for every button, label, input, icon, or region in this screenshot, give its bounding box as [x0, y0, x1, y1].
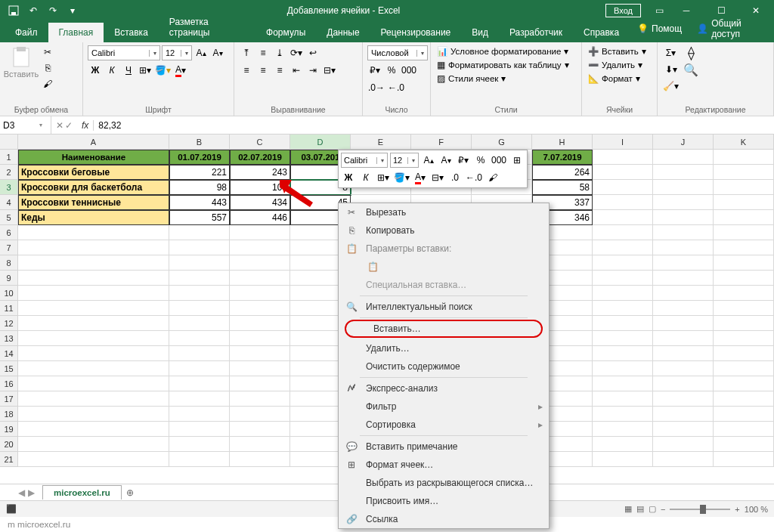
- tab-file[interactable]: Файл: [5, 23, 48, 42]
- inc-decimal-icon[interactable]: .0→: [367, 80, 385, 95]
- redo-icon[interactable]: ↷: [44, 2, 62, 20]
- col-header-E[interactable]: E: [351, 135, 411, 150]
- comma-icon[interactable]: 000: [401, 63, 417, 78]
- wrap-text-icon[interactable]: ↩: [305, 45, 320, 60]
- col-header-B[interactable]: B: [169, 135, 230, 150]
- mini-percent-icon[interactable]: %: [473, 153, 488, 168]
- record-macro-icon[interactable]: ⬛: [6, 504, 17, 514]
- col-header-K[interactable]: K: [714, 135, 774, 150]
- tell-me-button[interactable]: 💡Помощ: [630, 15, 689, 42]
- zoom-slider[interactable]: [670, 509, 730, 510]
- fill-color-icon[interactable]: 🪣▾: [154, 63, 172, 78]
- format-cells-button[interactable]: 📐 Формат▾: [587, 73, 642, 85]
- share-button[interactable]: 👤Общий доступ: [689, 15, 768, 42]
- cm-quick-analysis[interactable]: 🗲Экспресс-анализ: [339, 379, 549, 397]
- col-header-C[interactable]: C: [230, 135, 290, 150]
- align-top-icon[interactable]: ⤒: [239, 45, 254, 60]
- format-as-table-button[interactable]: ▦ Форматировать как таблицу▾: [435, 59, 571, 71]
- autosum-icon[interactable]: Σ▾: [662, 45, 680, 60]
- indent-inc-icon[interactable]: ⇥: [305, 63, 320, 78]
- mini-currency-icon[interactable]: ₽▾: [456, 153, 471, 168]
- col-header-H[interactable]: H: [532, 135, 593, 150]
- copy-icon[interactable]: ⎘: [41, 61, 54, 75]
- cell-styles-button[interactable]: ▨ Стили ячеек▾: [435, 73, 507, 85]
- find-select-icon[interactable]: 🔍: [683, 62, 699, 77]
- undo-icon[interactable]: ↶: [24, 2, 42, 20]
- cm-smart-lookup[interactable]: 🔍Интеллектуальный поиск: [339, 298, 549, 316]
- mini-borders-icon[interactable]: ⊞▾: [376, 170, 391, 185]
- merge-icon[interactable]: ⊟▾: [322, 63, 337, 78]
- zoom-out-icon[interactable]: −: [661, 505, 665, 514]
- cm-define-name[interactable]: Присвоить имя…: [339, 492, 549, 510]
- mini-font-combo[interactable]: ▾: [341, 153, 388, 168]
- cm-delete[interactable]: Удалить…: [339, 339, 549, 357]
- sheet-nav-next-icon[interactable]: ▶: [28, 487, 35, 498]
- cm-comment[interactable]: 💬Вставить примечание: [339, 438, 549, 456]
- name-box[interactable]: ▾: [0, 116, 51, 134]
- mini-dec-dec-icon[interactable]: ←.0: [465, 170, 483, 185]
- select-all-corner[interactable]: [0, 135, 18, 150]
- tab-formulas[interactable]: Формулы: [255, 23, 316, 42]
- orientation-icon[interactable]: ⟳▾: [289, 45, 304, 60]
- view-pagebreak-icon[interactable]: ▢: [649, 504, 656, 514]
- col-header-A[interactable]: A: [18, 135, 169, 150]
- mini-comma-icon[interactable]: 000: [491, 153, 507, 168]
- fill-icon[interactable]: ⬇▾: [662, 62, 680, 77]
- zoom-in-icon[interactable]: +: [735, 505, 739, 514]
- align-center-icon[interactable]: ≡: [255, 63, 271, 78]
- col-header-J[interactable]: J: [653, 135, 714, 150]
- fx-icon[interactable]: fx: [77, 120, 94, 131]
- qat-dropdown-icon[interactable]: ▾: [63, 2, 82, 20]
- cancel-formula-icon[interactable]: ✕: [56, 120, 63, 131]
- align-middle-icon[interactable]: ≡: [255, 45, 271, 60]
- format-painter-icon[interactable]: 🖌: [41, 77, 54, 91]
- cm-dropdown[interactable]: Выбрать из раскрывающегося списка…: [339, 474, 549, 492]
- mini-bold-icon[interactable]: Ж: [341, 170, 356, 185]
- conditional-formatting-button[interactable]: 📊 Условное форматирование▾: [435, 45, 570, 57]
- mini-merge-icon[interactable]: ⊟▾: [430, 170, 445, 185]
- mini-grow-font-icon[interactable]: A▴: [421, 153, 436, 168]
- view-pagelayout-icon[interactable]: ▤: [636, 504, 644, 514]
- align-left-icon[interactable]: ≡: [239, 63, 254, 78]
- indent-dec-icon[interactable]: ⇤: [289, 63, 304, 78]
- delete-cells-button[interactable]: ➖ Удалить▾: [587, 59, 644, 71]
- borders-icon[interactable]: ⊞▾: [138, 63, 153, 78]
- tab-view[interactable]: Вид: [461, 23, 499, 42]
- paste-button[interactable]: Вставить: [5, 45, 38, 79]
- tab-review[interactable]: Рецензирование: [370, 23, 462, 42]
- align-right-icon[interactable]: ≡: [272, 63, 287, 78]
- mini-shrink-font-icon[interactable]: A▾: [438, 153, 454, 168]
- shrink-font-icon[interactable]: A▾: [210, 45, 225, 60]
- italic-icon[interactable]: К: [104, 63, 119, 78]
- mini-fill-icon[interactable]: 🪣▾: [393, 170, 410, 185]
- col-header-D[interactable]: D: [290, 135, 351, 150]
- tab-data[interactable]: Данные: [316, 23, 370, 42]
- bold-icon[interactable]: Ж: [88, 63, 103, 78]
- tab-insert[interactable]: Вставка: [104, 23, 159, 42]
- mini-painter-icon[interactable]: 🖌: [485, 170, 500, 185]
- mini-fontcolor-icon[interactable]: A▾: [413, 170, 428, 185]
- mini-format-painter-icon[interactable]: ⊞: [509, 153, 525, 168]
- cm-sort[interactable]: Сортировка▸: [339, 416, 549, 434]
- number-format-combo[interactable]: ▾: [367, 45, 428, 60]
- add-sheet-icon[interactable]: ⊕: [122, 487, 138, 498]
- tab-home[interactable]: Главная: [48, 23, 104, 42]
- view-normal-icon[interactable]: ▦: [624, 504, 632, 514]
- percent-icon[interactable]: %: [384, 63, 399, 78]
- zoom-level[interactable]: 100 %: [745, 505, 768, 514]
- sort-filter-icon[interactable]: ⟠: [683, 45, 699, 60]
- cm-cut[interactable]: ✂Вырезать: [339, 203, 549, 221]
- align-bottom-icon[interactable]: ⤓: [272, 45, 287, 60]
- grow-font-icon[interactable]: A▴: [194, 45, 209, 60]
- col-header-F[interactable]: F: [411, 135, 472, 150]
- tab-help[interactable]: Справка: [573, 23, 630, 42]
- font-color-icon[interactable]: A▾: [173, 63, 188, 78]
- tab-developer[interactable]: Разработчик: [499, 23, 573, 42]
- cm-copy[interactable]: ⎘Копировать: [339, 221, 549, 240]
- cut-icon[interactable]: ✂: [41, 45, 54, 59]
- tab-pagelayout[interactable]: Разметка страницы: [159, 12, 255, 42]
- col-header-I[interactable]: I: [593, 135, 653, 150]
- underline-icon[interactable]: Ч: [121, 63, 136, 78]
- mini-italic-icon[interactable]: К: [358, 170, 373, 185]
- sheet-nav-prev-icon[interactable]: ◀: [18, 487, 25, 498]
